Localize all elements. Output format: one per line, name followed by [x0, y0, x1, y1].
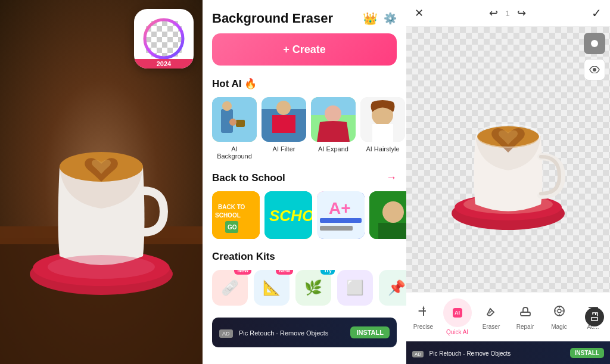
svg-point-5 [48, 255, 155, 279]
svg-text:AI: AI [455, 310, 460, 316]
toolbar-item-repair[interactable]: Repair [508, 301, 542, 332]
repair-icon [518, 304, 533, 322]
hot-ai-grid: AIBackground AI Filter [203, 97, 406, 172]
hot-ai-item-background[interactable]: AIBackground [212, 97, 257, 160]
undo-button[interactable]: ↩ [489, 7, 498, 20]
eraser-icon [484, 304, 499, 322]
right-ad-banner: AD Pic Retouch - Remove Objects INSTALL [406, 341, 610, 364]
toolbar-label-quickai: Quick AI [446, 329, 468, 335]
install-button[interactable]: INSTALL [350, 326, 390, 338]
quickai-circle: AI [443, 298, 472, 327]
hot-ai-thumb-expand [311, 97, 356, 142]
eye-tool[interactable] [584, 59, 605, 80]
hot-ai-thumb-hairstyle [360, 97, 405, 142]
kit-item-3[interactable]: 🌿 Try [295, 270, 331, 306]
editor-top-bar: ✕ ↩ 1 ↪ ✓ [406, 0, 610, 27]
ad-badge: AD [219, 329, 233, 338]
svg-rect-32 [320, 218, 362, 223]
hot-ai-item-expand[interactable]: AI Expand [311, 97, 356, 160]
app-year-badge: 2024 [134, 59, 194, 69]
school-item-2[interactable]: SCHOOL [264, 191, 312, 239]
hot-ai-thumb-filter [262, 97, 306, 142]
ad-banner: AD Pic Retouch - Remove Objects INSTALL [212, 318, 397, 347]
back-to-school-grid: BACK TO SCHOOL GO SCHOOL A+ [203, 191, 406, 251]
precise-icon [416, 304, 431, 322]
toolbar-item-eraser[interactable]: Eraser [474, 301, 508, 332]
svg-point-51 [558, 309, 561, 313]
svg-rect-49 [521, 312, 530, 316]
editor-toolbar: Precise AI Quick AI Eraser [406, 292, 610, 341]
svg-point-9 [222, 101, 232, 111]
school-item-4[interactable] [369, 191, 406, 239]
toolbar-label-repair: Repair [516, 323, 534, 330]
kit-item-2[interactable]: 📐 New [254, 270, 290, 306]
brush-size-tool[interactable] [584, 33, 605, 54]
svg-rect-10 [236, 120, 245, 127]
hot-ai-label-hairstyle: AI Hairstyle [366, 145, 399, 153]
right-ad-text: Pic Retouch - Remove Objects [430, 350, 511, 357]
hot-ai-section-title: Hot AI 🔥 [203, 77, 406, 97]
coffee-cup-editor [443, 88, 574, 231]
toolbar-item-magic[interactable]: Magic [542, 301, 576, 332]
settings-icon[interactable]: ⚙️ [384, 12, 397, 25]
svg-rect-33 [320, 226, 353, 231]
svg-point-11 [229, 119, 236, 126]
app-title: Background Eraser [212, 11, 333, 26]
creation-kits-row: 🩹 New 📐 New 🌿 Try ⬜ 📌 [203, 270, 406, 313]
header-icons: 👑 ⚙️ [363, 11, 397, 26]
right-ad-badge: AD [412, 351, 424, 357]
back-to-school-arrow[interactable]: → [386, 172, 397, 184]
left-panel: 2024 [0, 0, 203, 364]
step-counter: 1 [505, 9, 509, 18]
toolbar-item-precise[interactable]: Precise [406, 301, 440, 332]
redo-button[interactable]: ↪ [517, 7, 526, 20]
save-button[interactable] [585, 307, 604, 326]
hot-ai-label-expand: AI Expand [318, 145, 348, 153]
magic-icon [552, 304, 567, 322]
hot-ai-thumb-background [212, 97, 257, 142]
crown-icon[interactable]: 👑 [363, 11, 378, 26]
side-tools [584, 33, 605, 80]
kit-badge-3: Try [320, 270, 335, 275]
kit-badge-1: New [234, 270, 251, 275]
middle-panel: Background Eraser 👑 ⚙️ + Create Hot AI 🔥 [203, 0, 406, 364]
svg-point-37 [591, 40, 598, 47]
create-button[interactable]: + Create [212, 33, 397, 66]
kit-badge-2: New [276, 270, 293, 275]
confirm-button[interactable]: ✓ [592, 6, 602, 20]
ad-text: Pic Retouch - Remove Objects [239, 329, 328, 337]
svg-rect-36 [378, 223, 406, 239]
app-header: Background Eraser 👑 ⚙️ [203, 0, 406, 33]
app-icon: 2024 [134, 9, 194, 69]
svg-text:SCHOOL: SCHOOL [269, 207, 312, 225]
editor-canvas[interactable] [406, 27, 610, 292]
toolbar-label-precise: Precise [413, 323, 433, 330]
school-item-3[interactable]: A+ [317, 191, 365, 239]
svg-text:A+: A+ [329, 199, 351, 217]
kit-item-4[interactable]: ⬜ [337, 270, 373, 306]
toolbar-label-eraser: Eraser [483, 323, 500, 330]
right-panel: ✕ ↩ 1 ↪ ✓ [406, 0, 610, 364]
svg-text:SCHOOL: SCHOOL [215, 212, 241, 219]
school-item-1[interactable]: BACK TO SCHOOL GO [212, 191, 260, 239]
toolbar-label-magic: Magic [551, 323, 567, 330]
svg-point-6 [145, 20, 183, 58]
svg-rect-59 [595, 313, 596, 315]
back-to-school-section: Back to School → [203, 172, 406, 191]
creation-kits-title: Creation Kits [203, 251, 406, 270]
hot-ai-item-filter[interactable]: AI Filter [262, 97, 306, 160]
hot-ai-item-hairstyle[interactable]: AI Hairstyle [360, 97, 405, 160]
kit-item-5[interactable]: 📌 [379, 270, 406, 306]
toolbar-item-quickai[interactable]: AI Quick AI [440, 296, 474, 338]
close-button[interactable]: ✕ [415, 7, 424, 20]
svg-rect-15 [272, 115, 295, 133]
back-to-school-title: Back to School [212, 172, 285, 184]
right-install-button[interactable]: INSTALL [570, 348, 604, 358]
hot-ai-label-filter: AI Filter [273, 145, 295, 153]
hot-ai-label-background: AIBackground [217, 145, 252, 160]
kit-item-1[interactable]: 🩹 New [212, 270, 248, 306]
svg-rect-21 [372, 124, 393, 142]
svg-point-14 [276, 101, 291, 115]
svg-text:BACK TO: BACK TO [218, 204, 245, 210]
svg-point-35 [382, 201, 404, 223]
